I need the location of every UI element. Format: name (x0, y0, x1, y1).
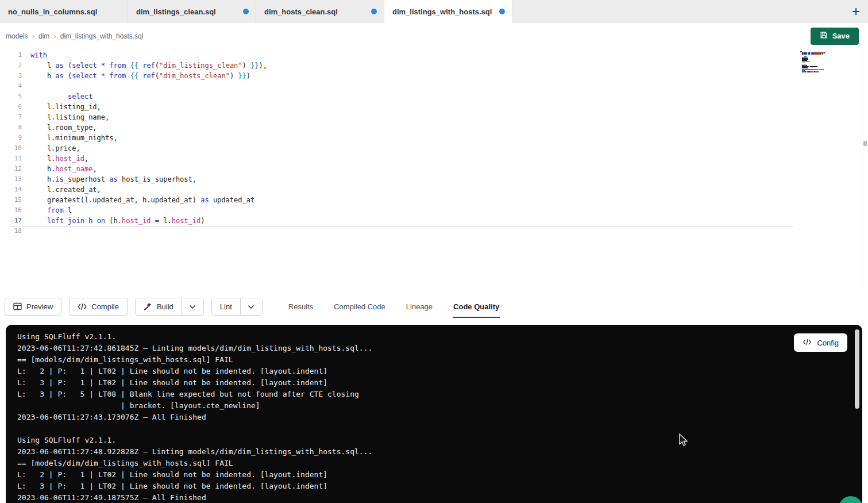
tab-label: dim_hosts_clean.sql (264, 7, 338, 16)
code-editor[interactable]: 123456789101112131415161718 with l as (s… (0, 49, 868, 293)
code-line-6: l.listing_id, (30, 102, 267, 112)
config-button-label: Config (817, 339, 839, 347)
code-line-18 (30, 226, 267, 236)
lint-split-button: Lint (211, 298, 263, 316)
code-line-10: l.price, (30, 143, 267, 153)
lint-dropdown-button[interactable] (240, 298, 262, 315)
preview-button[interactable]: Preview (5, 298, 61, 316)
save-button-label: Save (832, 32, 850, 40)
chevron-down-icon (189, 302, 196, 311)
editor-code[interactable]: with l as (select * from {{ ref("dim_lis… (30, 50, 267, 293)
terminal-scrollbar-thumb[interactable] (855, 329, 859, 409)
code-line-1: with (30, 50, 267, 60)
code-line-9: l.minimum_nights, (30, 133, 267, 143)
tab-dim-hosts-clean[interactable]: dim_hosts_clean.sql (256, 0, 384, 23)
panel-tab-code-quality[interactable]: Code Quality (453, 293, 500, 320)
tab-no-nulls-in-columns[interactable]: no_nulls_in_columns.sql (0, 0, 128, 23)
build-button-label: Build (157, 302, 173, 311)
preview-table-icon (13, 302, 22, 310)
code-line-14: l.created_at, (30, 185, 267, 195)
code-line-2: l as (select * from {{ ref("dim_listings… (30, 60, 267, 71)
unsaved-changes-dot-icon (243, 9, 249, 14)
code-line-11: l.host_id, (30, 153, 267, 164)
chevron-down-icon (248, 302, 254, 311)
save-button[interactable]: Save (811, 28, 859, 45)
unsaved-changes-dot-icon (371, 9, 377, 14)
breadcrumb: models dim dim_listings_with_hosts.sql (6, 32, 143, 40)
code-line-16: from l (30, 205, 267, 216)
editor-minimap[interactable] (800, 51, 832, 74)
code-line-17: left join h on (h.host_id = l.host_id) (30, 216, 267, 226)
panel-tab-lineage[interactable]: Lineage (406, 293, 433, 320)
code-line-13: h.is_superhost as host_is_superhost, (30, 174, 267, 185)
unsaved-changes-dot-icon (499, 9, 505, 14)
lint-button[interactable]: Lint (212, 298, 240, 315)
code-line-3: h as (select * from {{ ref("dim_hosts_cl… (30, 71, 267, 81)
tab-label: dim_listings_clean.sql (136, 7, 216, 16)
action-buttons: Preview Compile Build (5, 293, 263, 320)
lint-button-label: Lint (220, 302, 232, 311)
tab-label: no_nulls_in_columns.sql (8, 7, 97, 16)
action-toolbar: Preview Compile Build (0, 293, 868, 320)
compile-button[interactable]: Compile (69, 298, 128, 316)
panel-tab-results[interactable]: Results (288, 293, 314, 320)
terminal-panel: Using SQLFluff v2.1.1. 2023-06-06T11:27:… (6, 325, 862, 503)
compile-code-icon (78, 303, 87, 310)
tab-dim-listings-with-hosts[interactable]: dim_listings_with_hosts.sql (384, 0, 512, 23)
config-code-icon (803, 339, 812, 347)
build-dropdown-button[interactable] (182, 298, 203, 315)
code-line-5: select (30, 91, 267, 102)
code-line-4 (30, 81, 267, 91)
breadcrumb-separator-icon (53, 32, 56, 40)
terminal-output: Using SQLFluff v2.1.1. 2023-06-06T11:27:… (6, 325, 862, 503)
code-line-12: h.host_name, (30, 164, 267, 174)
breadcrumb-item-models: models (6, 32, 28, 40)
code-line-8: l.room_type, (30, 122, 267, 133)
panel-tab-compiled-code[interactable]: Compiled Code (333, 293, 386, 320)
save-floppy-icon (820, 31, 828, 41)
editor-gutter: 123456789101112131415161718 (0, 50, 22, 293)
editor-scrollbar-thumb[interactable] (863, 141, 867, 146)
panel-tabs: Results Compiled Code Lineage Code Quali… (288, 293, 500, 320)
build-hammer-icon (144, 302, 152, 311)
code-line-15: greatest(l.updated_at, h.updated_at) as … (30, 195, 267, 205)
breadcrumb-item-dim: dim (38, 32, 49, 40)
code-line-7: l.listing_name, (30, 112, 267, 122)
editor-scrollbar[interactable] (862, 49, 868, 293)
new-tab-button[interactable]: + (844, 5, 868, 18)
breadcrumb-bar: models dim dim_listings_with_hosts.sql S… (0, 23, 868, 49)
build-split-button: Build (135, 298, 204, 316)
breadcrumb-item-file: dim_listings_with_hosts.sql (60, 32, 144, 40)
preview-button-label: Preview (26, 302, 53, 311)
build-button[interactable]: Build (136, 298, 182, 315)
tab-dim-listings-clean[interactable]: dim_listings_clean.sql (128, 0, 256, 23)
file-tab-bar: no_nulls_in_columns.sql dim_listings_cle… (0, 0, 868, 23)
tab-label: dim_listings_with_hosts.sql (392, 7, 492, 16)
breadcrumb-separator-icon (32, 32, 34, 40)
config-button[interactable]: Config (794, 333, 847, 352)
compile-button-label: Compile (91, 302, 119, 311)
